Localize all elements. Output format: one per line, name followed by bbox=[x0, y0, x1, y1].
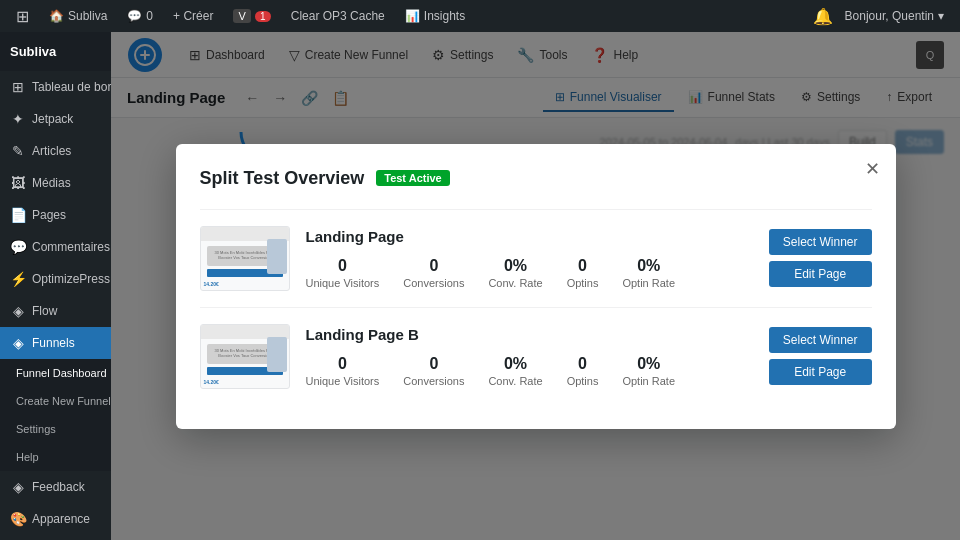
sidebar-item-pages[interactable]: 📄 Pages bbox=[0, 199, 111, 231]
stat-unique-visitors-1: 0 Unique Visitors bbox=[306, 257, 380, 289]
sidebar-item-apparence[interactable]: 🎨 Apparence bbox=[0, 503, 111, 535]
pages-icon: 📄 bbox=[10, 207, 26, 223]
optimizepress-icon: ⚡ bbox=[10, 271, 26, 287]
variant-2-actions: Select Winner Edit Page bbox=[769, 327, 872, 385]
stat-conversions-2: 0 Conversions bbox=[403, 355, 464, 387]
adminbar-bell-icon[interactable]: 🔔 bbox=[813, 7, 833, 26]
split-variant-1: 30 Mots En Mobi Incrédibles Pour Booster… bbox=[200, 209, 872, 307]
variant-1-actions: Select Winner Edit Page bbox=[769, 229, 872, 287]
modal-header: Split Test Overview Test Active bbox=[200, 168, 872, 189]
sidebar-item-tableau-de-bord[interactable]: ⊞ Tableau de bord bbox=[0, 71, 111, 103]
sidebar-sub-funnel-dashboard[interactable]: Funnel Dashboard bbox=[0, 359, 111, 387]
variant-1-stats: 0 Unique Visitors 0 Conversions 0% Conv.… bbox=[306, 257, 753, 289]
admin-bar: ⊞ 🏠 Subliva 💬 0 + Créer V 1 Clear OP3 Ca… bbox=[0, 0, 960, 32]
adminbar-user[interactable]: Bonjour, Quentin ▾ bbox=[837, 0, 952, 32]
thumb-1-price: 14.20€ bbox=[204, 281, 219, 287]
flow-icon: ◈ bbox=[10, 303, 26, 319]
articles-icon: ✎ bbox=[10, 143, 26, 159]
edit-page-2-button[interactable]: Edit Page bbox=[769, 359, 872, 385]
medias-icon: 🖼 bbox=[10, 175, 26, 191]
modal-overlay: Split Test Overview Test Active ✕ 30 Mot… bbox=[111, 32, 960, 540]
adminbar-insights[interactable]: 📊 Insights bbox=[397, 0, 473, 32]
sidebar-brand: Subliva bbox=[0, 32, 111, 71]
adminbar-create[interactable]: + Créer bbox=[165, 0, 221, 32]
sidebar-item-flow[interactable]: ◈ Flow bbox=[0, 295, 111, 327]
jetpack-icon: ✦ bbox=[10, 111, 26, 127]
edit-page-1-button[interactable]: Edit Page bbox=[769, 261, 872, 287]
variant-2-stats: 0 Unique Visitors 0 Conversions 0% Conv.… bbox=[306, 355, 753, 387]
stat-conversions-1: 0 Conversions bbox=[403, 257, 464, 289]
feedback-icon: ◈ bbox=[10, 479, 26, 495]
sidebar-item-jetpack[interactable]: ✦ Jetpack bbox=[0, 103, 111, 135]
sidebar-item-extensions[interactable]: 🔌 Extensions bbox=[0, 535, 111, 540]
stat-unique-visitors-2: 0 Unique Visitors bbox=[306, 355, 380, 387]
adminbar-v[interactable]: V 1 bbox=[225, 0, 278, 32]
thumb-2-price: 14.20€ bbox=[204, 379, 219, 385]
variant-1-name: Landing Page bbox=[306, 228, 753, 245]
variant-1-thumbnail: 30 Mots En Mobi Incrédibles Pour Booster… bbox=[200, 226, 290, 291]
commentaires-icon: 💬 bbox=[10, 239, 26, 255]
modal-title: Split Test Overview bbox=[200, 168, 365, 189]
select-winner-1-button[interactable]: Select Winner bbox=[769, 229, 872, 255]
main-content: ⊞ Dashboard ▽ Create New Funnel ⚙ Settin… bbox=[111, 32, 960, 540]
variant-1-details: Landing Page 0 Unique Visitors 0 Convers… bbox=[306, 228, 753, 289]
stat-optins-2: 0 Optins bbox=[567, 355, 599, 387]
sidebar-item-articles[interactable]: ✎ Articles bbox=[0, 135, 111, 167]
variant-2-thumbnail: 30 Mots En Mobi Incrédibles Pour Booster… bbox=[200, 324, 290, 389]
modal-close-button[interactable]: ✕ bbox=[865, 160, 880, 178]
funnels-icon: ◈ bbox=[10, 335, 26, 351]
apparence-icon: 🎨 bbox=[10, 511, 26, 527]
sidebar-sub-create-funnel[interactable]: Create New Funnel bbox=[0, 387, 111, 415]
stat-optin-rate-1: 0% Optin Rate bbox=[622, 257, 675, 289]
sidebar-item-medias[interactable]: 🖼 Médias bbox=[0, 167, 111, 199]
stat-conv-rate-1: 0% Conv. Rate bbox=[488, 257, 542, 289]
test-active-badge: Test Active bbox=[376, 170, 449, 186]
sidebar-item-funnels[interactable]: ◈ Funnels bbox=[0, 327, 111, 359]
adminbar-wp-icon[interactable]: ⊞ bbox=[8, 0, 37, 32]
sidebar-sub-help[interactable]: Help bbox=[0, 443, 111, 471]
adminbar-comments[interactable]: 💬 0 bbox=[119, 0, 161, 32]
adminbar-clear-cache[interactable]: Clear OP3 Cache bbox=[283, 0, 393, 32]
sidebar-sub-settings[interactable]: Settings bbox=[0, 415, 111, 443]
split-variant-2: 30 Mots En Mobi Incrédibles Pour Booster… bbox=[200, 307, 872, 405]
variant-2-name: Landing Page B bbox=[306, 326, 753, 343]
stat-optin-rate-2: 0% Optin Rate bbox=[622, 355, 675, 387]
adminbar-site-name[interactable]: 🏠 Subliva bbox=[41, 0, 115, 32]
sidebar: Subliva ⊞ Tableau de bord ✦ Jetpack ✎ Ar… bbox=[0, 32, 111, 540]
sidebar-item-commentaires[interactable]: 💬 Commentaires bbox=[0, 231, 111, 263]
dashboard-icon: ⊞ bbox=[10, 79, 26, 95]
select-winner-2-button[interactable]: Select Winner bbox=[769, 327, 872, 353]
sidebar-item-feedback[interactable]: ◈ Feedback bbox=[0, 471, 111, 503]
stat-conv-rate-2: 0% Conv. Rate bbox=[488, 355, 542, 387]
sidebar-item-optimizepress[interactable]: ⚡ OptimizePress bbox=[0, 263, 111, 295]
variant-2-details: Landing Page B 0 Unique Visitors 0 Conve… bbox=[306, 326, 753, 387]
split-test-modal: Split Test Overview Test Active ✕ 30 Mot… bbox=[176, 144, 896, 429]
stat-optins-1: 0 Optins bbox=[567, 257, 599, 289]
